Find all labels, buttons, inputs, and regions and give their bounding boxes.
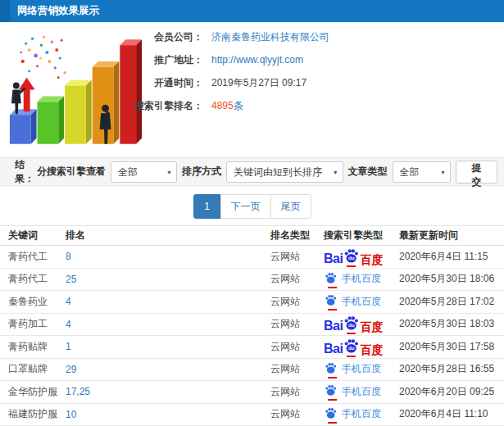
company-link[interactable]: 济南秦鲁药业科技有限公司: [211, 30, 329, 44]
keyword-cell: 膏药代工: [0, 268, 66, 291]
baidu-mobile-logo: 手机百度: [324, 384, 381, 399]
col-header-rank: 排名: [66, 226, 270, 246]
svg-text:du: du: [348, 255, 355, 261]
rank-cell: 1: [66, 336, 270, 359]
updated-cell: 2020年5月30日 18:06: [399, 268, 504, 291]
page-1-button[interactable]: 1: [193, 194, 221, 219]
keyword-cell: 福建防护服: [0, 403, 66, 426]
engine-cell: 手机百度: [324, 403, 399, 426]
baidu-paw-icon: [325, 362, 337, 377]
open-time-value: 2019年5月27日 09:17: [211, 76, 306, 90]
submit-button[interactable]: 提交: [456, 161, 497, 184]
company-label: 会员公司：: [98, 30, 203, 44]
engine-cell: 手机百度: [324, 291, 399, 314]
confetti-dots: [20, 36, 66, 79]
sort-select[interactable]: 关键词由短到长排序: [226, 161, 343, 183]
rank-type-cell: 云网站: [270, 268, 324, 291]
engine-rank-row: 搜索引擎排名： 4895条: [98, 98, 329, 113]
rank-type-cell: 云网站: [270, 358, 324, 381]
engine-cell: 手机百度: [324, 268, 399, 291]
rank-count-number: 4895: [211, 100, 234, 111]
table-row: 膏药加工4云网站 Bai du 百度 2020年5月30日 18:03: [0, 313, 504, 336]
baidu-paw-icon: du: [343, 248, 359, 265]
rank-type-cell: 云网站: [270, 403, 324, 426]
keyword-ranking-table: 关键词 排名 排名类型 搜索引擎类型 最新更新时间 膏药代工8云网站 Bai d…: [0, 225, 504, 426]
updated-cell: 2020年5月28日 17:02: [399, 291, 504, 314]
engine-cell: Bai du 百度: [324, 336, 399, 359]
rank-link[interactable]: 1: [66, 341, 71, 352]
next-page-button[interactable]: 下一页: [220, 194, 271, 219]
rank-cell: 4: [66, 313, 270, 336]
engine-rank-count: 4895条: [211, 99, 243, 113]
updated-cell: 2020年5月30日 17:58: [399, 336, 504, 359]
table-row: 膏药代工25云网站 手机百度 2020年5月30日 18:06: [0, 268, 504, 291]
updated-cell: 2020年6月20日 09:25: [399, 381, 504, 404]
col-header-rank-type: 排名类型: [270, 226, 324, 246]
growth-arrow-icon: [19, 78, 35, 112]
rank-link[interactable]: 10: [66, 409, 76, 420]
updated-cell: 2020年5月30日 18:03: [399, 313, 504, 336]
rank-link[interactable]: 17,25: [66, 386, 90, 397]
updated-cell: 2020年6月4日 11:15: [399, 246, 504, 269]
result-label: 结果：: [15, 158, 37, 186]
open-time-row: 开通时间： 2019年5月27日 09:17: [98, 75, 329, 90]
article-type-select[interactable]: 全部: [393, 161, 451, 183]
baidu-paw-icon: du: [343, 338, 359, 356]
rank-cell: 17,25: [66, 381, 270, 404]
engine-view-select[interactable]: 全部: [111, 161, 177, 183]
rank-type-cell: 云网站: [270, 291, 324, 314]
promo-url-link[interactable]: http://www.qlyyjt.com: [211, 54, 303, 66]
last-page-button[interactable]: 尾页: [270, 194, 311, 219]
promo-url-label: 推广地址：: [98, 53, 203, 67]
rank-link[interactable]: 4: [66, 296, 71, 307]
keyword-cell: 膏药贴牌: [0, 336, 66, 359]
rank-cell: 25: [66, 268, 270, 291]
open-time-label: 开通时间：: [98, 76, 203, 90]
rank-type-cell: 云网站: [270, 381, 324, 404]
engine-cell: Bai du 百度: [324, 246, 399, 269]
keyword-cell: 膏药加工: [0, 313, 66, 336]
rank-type-cell: 云网站: [270, 313, 324, 336]
baidu-mobile-logo: 手机百度: [324, 362, 381, 377]
engine-cell: 手机百度: [324, 358, 399, 381]
rank-link[interactable]: 8: [66, 251, 71, 262]
keyword-cell: 金华防护服: [0, 381, 66, 404]
engine-view-label: 分搜索引擎查看: [37, 165, 106, 179]
table-row: 膏药贴牌1云网站 Bai du 百度 2020年5月30日 17:58: [0, 336, 504, 359]
baidu-mobile-logo: 手机百度: [324, 407, 381, 422]
rank-cell: 8: [66, 246, 270, 269]
page-title: 网络营销效果展示: [0, 0, 504, 22]
table-row: 口罩贴牌29云网站 手机百度 2020年5月28日 16:55: [0, 358, 504, 381]
baidu-paw-icon: [325, 407, 337, 422]
marketing-report-page: 网络营销效果展示: [0, 0, 504, 426]
sort-label: 排序方式: [182, 165, 221, 179]
account-info-section: 会员公司： 济南秦鲁药业科技有限公司 推广地址： http://www.qlyy…: [0, 22, 504, 157]
table-header-row: 关键词 排名 排名类型 搜索引擎类型 最新更新时间: [0, 226, 504, 246]
rank-cell: 10: [66, 403, 270, 426]
baidu-paw-icon: [325, 272, 337, 287]
col-header-engine-type: 搜索引擎类型: [324, 226, 399, 246]
baidu-pc-logo: Bai du 百度: [324, 338, 383, 356]
baidu-mobile-logo: 手机百度: [324, 294, 381, 309]
engine-rank-label: 搜索引擎排名：: [98, 99, 203, 113]
rank-link[interactable]: 4: [66, 319, 71, 330]
table-row: 膏药代工8云网站 Bai du 百度 2020年6月4日 11:15: [0, 246, 504, 269]
keyword-cell: 秦鲁药业: [0, 291, 66, 314]
baidu-paw-icon: du: [343, 315, 359, 333]
rank-link[interactable]: 29: [66, 364, 76, 375]
rank-type-cell: 云网站: [270, 336, 324, 359]
rank-cell: 29: [66, 358, 270, 381]
rank-type-cell: 云网站: [270, 246, 324, 269]
company-row: 会员公司： 济南秦鲁药业科技有限公司: [98, 29, 329, 44]
rank-cell: 4: [66, 291, 270, 314]
baidu-mobile-logo: 手机百度: [324, 272, 381, 287]
rank-link[interactable]: 25: [66, 274, 76, 285]
table-row: 秦鲁药业4云网站 手机百度 2020年5月28日 17:02: [0, 291, 504, 314]
updated-cell: 2020年5月28日 16:55: [399, 358, 504, 381]
svg-text:du: du: [348, 323, 355, 329]
article-type-label: 文章类型: [348, 165, 388, 179]
baidu-paw-icon: [325, 294, 337, 309]
col-header-updated: 最新更新时间: [399, 226, 504, 246]
engine-cell: Bai du 百度: [324, 313, 399, 336]
keyword-cell: 膏药代工: [0, 246, 66, 269]
